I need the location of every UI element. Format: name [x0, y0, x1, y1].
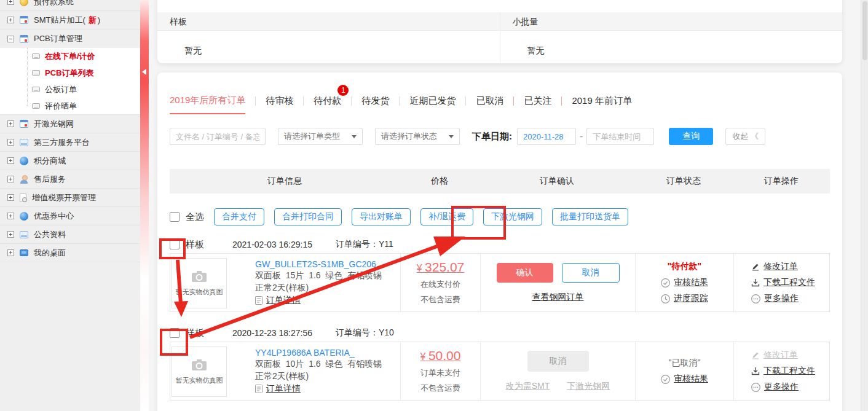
column-order-status: 订单状态 [634, 176, 733, 187]
order-type-select[interactable]: 请选择订单类型 [278, 128, 363, 145]
sidebar-item-my-desktop[interactable]: 我的桌面 [0, 244, 140, 262]
order-row-header: 样板 2021-02-03 16:29:15 订单编号：Y11 [170, 236, 830, 253]
product-image-placeholder[interactable]: 暂无实物仿真图 [172, 258, 227, 308]
merge-print-contract-button[interactable]: 合并打印合同 [274, 208, 342, 225]
review-result-link[interactable]: 审核结果 [661, 277, 708, 288]
refund-shipping-button[interactable]: 补/退运费 [420, 208, 473, 225]
tab-label: 待付款 [314, 95, 341, 106]
progress-tracking-link[interactable]: 进度跟踪 [661, 293, 708, 304]
order-status-text: "待付款" [668, 261, 701, 272]
tab-pending-shipment[interactable]: 待发货 [361, 95, 389, 114]
expand-plus-icon[interactable] [7, 213, 14, 219]
sidebar-item-public-docs[interactable]: 公共资料 [0, 225, 140, 244]
tab-followed[interactable]: 已关注 [524, 95, 551, 114]
order-detail-link[interactable]: 订单详情 [255, 295, 384, 306]
no-image-label: 暂无实物仿真图 [176, 376, 223, 385]
more-actions-link[interactable]: 更多操作 [751, 293, 831, 304]
expand-plus-icon[interactable] [7, 17, 14, 23]
confirm-order-button[interactable]: 确认 [497, 263, 553, 283]
expand-plus-icon[interactable] [7, 194, 14, 201]
tab-pending-payment[interactable]: 待付款 1 [314, 95, 341, 114]
sidebar-item-prepay[interactable]: 预付款系统 [0, 0, 140, 11]
sidebar-item-points-mall[interactable]: 积分商城 [0, 152, 140, 170]
order-detail-label: 订单详情 [266, 295, 301, 306]
sidebar-item-laser-stencil[interactable]: 开激光钢网 [0, 115, 140, 133]
product-image-placeholder[interactable]: 暂无实物仿真图 [172, 346, 227, 397]
keyword-search-input[interactable] [170, 128, 266, 145]
sidebar-item-pcb-orders[interactable]: PCB订单管理 [0, 29, 140, 48]
tab-pending-review[interactable]: 待审核 [266, 95, 293, 114]
sidebar-item-smt[interactable]: SMT贴片加工( 新 ) [0, 11, 140, 29]
order-actions-cell: 修改订单 下载工程文件 更多操作 [733, 342, 831, 400]
order-laser-stencil-link[interactable]: 下激光钢网 [567, 381, 610, 392]
sidebar-item-third-party[interactable]: 第三方服务平台 [0, 133, 140, 152]
modify-order-link[interactable]: 修改订单 [751, 261, 831, 272]
order-price-link[interactable]: ¥ 50.00 [420, 348, 461, 363]
export-statement-button[interactable]: 导出对账单 [352, 208, 411, 225]
screen-icon [20, 139, 28, 146]
expand-plus-icon[interactable] [7, 120, 14, 127]
column-order-actions: 订单操作 [733, 176, 830, 187]
date-end-input[interactable] [586, 128, 654, 145]
more-actions-link[interactable]: 更多操作 [751, 382, 831, 393]
order-tabs: 2019年后所有订单 待审核 待付款 1 待发货 近期已发货 已取消 已关注 2… [170, 95, 830, 114]
sidebar-item-vat-invoice[interactable]: 增值税票开票管理 [0, 189, 140, 207]
change-to-smt-link[interactable]: 改为需SMT [506, 381, 550, 392]
order-status-select[interactable]: 请选择订单状态 [375, 128, 460, 145]
order-detail-link[interactable]: 订单详情 [255, 383, 382, 394]
sidebar-collapse-strip[interactable] [140, 0, 149, 411]
product-name-link[interactable]: GW_BULLET2S-S1MB_GC206... [255, 259, 384, 269]
sidebar-item-label: SMT贴片加工( [34, 15, 85, 26]
download-files-link[interactable]: 下载工程文件 [751, 366, 831, 377]
sidebar-subitem-pcb-order-list[interactable]: PCB订单列表 [0, 65, 140, 81]
order-laser-stencil-button[interactable]: 下激光钢网 [483, 208, 542, 225]
summary-smallbatch-title: 小批量 [500, 12, 843, 31]
tab-orders-before-2019[interactable]: 2019 年前订单 [572, 95, 632, 114]
search-button[interactable]: 查询 [669, 128, 713, 145]
collapse-arrow-icon[interactable] [142, 69, 146, 75]
merge-pay-button[interactable]: 合并支付 [214, 208, 264, 225]
order-actions-cell: 修改订单 下载工程文件 更多操作 [733, 254, 831, 311]
sidebar-subitem-public-board[interactable]: 公板订单 [0, 81, 140, 98]
order-confirm-cell: 确认 取消 查看钢网订单 [480, 254, 635, 311]
sidebar-item-label: 我的桌面 [34, 248, 66, 259]
scrollbar-thumb[interactable] [862, 1, 867, 60]
review-result-link[interactable]: 审核结果 [661, 374, 708, 385]
tab-recently-shipped[interactable]: 近期已发货 [409, 95, 456, 114]
expand-plus-icon[interactable] [7, 0, 14, 5]
sidebar-subitem-review[interactable]: 评价晒单 [0, 98, 140, 114]
order-checkbox[interactable] [170, 240, 180, 249]
sidebar-item-after-sales[interactable]: 售后服务 [0, 170, 140, 189]
order-type: 样板 [186, 327, 204, 339]
cancel-order-button[interactable]: 取消 [562, 263, 620, 283]
collapse-minus-icon[interactable] [7, 36, 14, 42]
modify-order-link-disabled[interactable]: 修改订单 [751, 350, 831, 361]
order-detail-label: 订单详情 [266, 383, 301, 394]
cancel-order-button-disabled[interactable]: 取消 [527, 351, 589, 372]
order-price-link[interactable]: ¥ 325.07 [417, 260, 465, 275]
expand-plus-icon[interactable] [7, 231, 14, 238]
order-checkbox[interactable] [170, 328, 180, 338]
view-stencil-order-link[interactable]: 查看钢网订单 [532, 292, 584, 303]
select-all-checkbox[interactable] [170, 212, 180, 222]
order-status-text: "已取消" [669, 358, 701, 369]
expand-plus-icon[interactable] [7, 249, 14, 256]
sidebar-subitem-online-order[interactable]: 在线下单/计价 [0, 48, 140, 65]
expand-plus-icon[interactable] [7, 157, 14, 164]
order-type-select-value: 请选择订单类型 [284, 131, 340, 142]
tab-all-orders-after-2019[interactable]: 2019年后所有订单 [170, 95, 245, 114]
product-name-link[interactable]: YY4LP19686A BATERIA_ [255, 348, 382, 358]
tab-cancelled[interactable]: 已取消 [476, 95, 503, 114]
sidebar-item-label: 开激光钢网 [34, 119, 74, 130]
page-scrollbar[interactable] [861, 0, 868, 411]
expand-plus-icon[interactable] [7, 176, 14, 182]
batch-print-delivery-button[interactable]: 批量打印送货单 [552, 208, 628, 225]
sidebar-item-label: 第三方服务平台 [34, 137, 90, 148]
expand-plus-icon[interactable] [7, 139, 14, 146]
date-start-input[interactable] [517, 128, 576, 145]
product-specs: 双面板 10片 1.6 绿色 有铅喷锡 [255, 359, 382, 370]
download-files-link[interactable]: 下载工程文件 [751, 277, 831, 288]
summary-smallbatch-column: 小批量 暂无 [500, 12, 843, 63]
sidebar-item-coupon-center[interactable]: 优惠券中心 [0, 207, 140, 225]
collapse-filters-button[interactable]: 收起 《 [725, 128, 765, 145]
